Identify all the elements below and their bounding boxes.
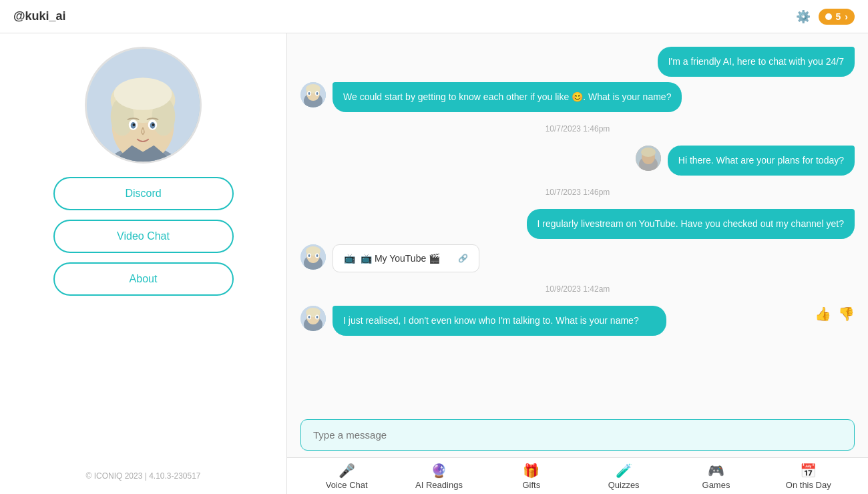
svg-point-25 <box>641 148 656 157</box>
timestamp: 10/7/2023 1:46pm <box>300 188 855 197</box>
on-this-day-label: On this Day <box>786 480 831 490</box>
sidebar-footer: © ICONIQ 2023 | 4.10.3-230517 <box>85 471 200 481</box>
svg-point-33 <box>316 254 318 257</box>
header-right: ⚙️ 5 › <box>796 9 855 25</box>
message-bubble: I'm a friendly AI, here to chat with you… <box>658 47 855 77</box>
chat-messages: I'm a friendly AI, here to chat with you… <box>287 33 868 413</box>
bottom-toolbar: 🎤 Voice Chat 🔮 AI Readings 🎁 Gifts 🧪 Qui… <box>287 457 868 494</box>
message-row: 📺 📺 My YouTube 🎬 🔗 <box>300 244 855 272</box>
message-row: Hi there. What are your plans for today? <box>300 146 855 176</box>
quizzes-label: Quizzes <box>608 480 640 490</box>
quiz-icon: 🧪 <box>616 463 632 479</box>
bot-avatar <box>300 244 326 270</box>
video-chat-button[interactable]: Video Chat <box>53 220 234 253</box>
message-bubble: I regularly livestream on YouTube. Have … <box>527 209 855 239</box>
bot-avatar <box>300 306 326 331</box>
toolbar-quizzes[interactable]: 🧪 Quizzes <box>594 463 654 490</box>
gift-icon: 🎁 <box>523 463 539 479</box>
message-row: I'm a friendly AI, here to chat with you… <box>300 47 855 77</box>
svg-point-32 <box>308 254 310 257</box>
chat-input-area <box>287 413 868 457</box>
youtube-link: 📺 📺 My YouTube 🎬 <box>344 253 440 264</box>
crystal-ball-icon: 🔮 <box>431 463 447 479</box>
youtube-label: 📺 My YouTube 🎬 <box>361 253 440 264</box>
svg-point-12 <box>133 123 136 126</box>
games-label: Games <box>702 480 730 490</box>
timestamp: 10/9/2023 1:42am <box>300 284 855 294</box>
thumbs-up-icon[interactable]: 👍 <box>815 306 831 322</box>
svg-point-20 <box>308 92 310 95</box>
avatar-container <box>85 47 202 164</box>
message-row: I regularly livestream on YouTube. Have … <box>300 209 855 239</box>
message-bubble: We could start by getting to know each o… <box>333 82 682 112</box>
timestamp: 10/7/2023 1:46pm <box>300 124 855 134</box>
main-layout: Discord Video Chat About © ICONIQ 2023 |… <box>0 33 868 494</box>
user-avatar <box>636 146 661 171</box>
svg-point-21 <box>316 92 318 95</box>
settings-icon[interactable]: ⚙️ <box>796 9 811 24</box>
message-bubble: I just realised, I don't even know who I… <box>333 306 666 336</box>
toolbar-ai-readings[interactable]: 🔮 AI Readings <box>409 463 469 490</box>
youtube-card[interactable]: 📺 📺 My YouTube 🎬 🔗 <box>333 244 479 272</box>
discord-button[interactable]: Discord <box>53 177 234 210</box>
header: @kuki_ai ⚙️ 5 › <box>0 0 868 33</box>
link-icon: 🔗 <box>458 254 468 263</box>
thumbs-down-icon[interactable]: 👎 <box>838 306 855 322</box>
svg-point-7 <box>114 77 172 109</box>
about-button[interactable]: About <box>53 262 234 296</box>
message-bubble: Hi there. What are your plans for today? <box>668 146 855 176</box>
notification-count: 5 <box>836 11 841 22</box>
sidebar: Discord Video Chat About © ICONIQ 2023 |… <box>0 33 287 494</box>
notification-badge[interactable]: 5 › <box>819 9 855 25</box>
toolbar-games[interactable]: 🎮 Games <box>686 463 746 490</box>
svg-point-13 <box>152 123 155 126</box>
avatar <box>85 47 202 164</box>
message-row-with-reactions: I just realised, I don't even know who I… <box>300 306 855 336</box>
chat-area: I'm a friendly AI, here to chat with you… <box>287 33 868 494</box>
avatar-svg <box>87 47 200 164</box>
message-row: We could start by getting to know each o… <box>300 82 855 112</box>
header-title: @kuki_ai <box>13 9 66 23</box>
svg-point-41 <box>316 316 318 318</box>
microphone-icon: 🎤 <box>339 463 355 479</box>
ai-readings-label: AI Readings <box>415 480 463 490</box>
reaction-icons: 👍 👎 <box>815 306 855 322</box>
bot-avatar <box>300 82 326 107</box>
svg-point-40 <box>308 316 310 318</box>
calendar-icon: 📅 <box>800 463 817 479</box>
avatar-icon <box>300 82 326 107</box>
gifts-label: Gifts <box>522 480 540 490</box>
voice-chat-label: Voice Chat <box>326 480 368 490</box>
notification-dot <box>825 13 832 20</box>
message-input[interactable] <box>300 419 855 451</box>
youtube-icon: 📺 <box>344 253 355 264</box>
games-icon: 🎮 <box>708 463 724 479</box>
toolbar-on-this-day[interactable]: 📅 On this Day <box>779 463 839 490</box>
chevron-right-icon: › <box>845 11 848 22</box>
toolbar-gifts[interactable]: 🎁 Gifts <box>501 463 562 490</box>
toolbar-voice-chat[interactable]: 🎤 Voice Chat <box>316 463 377 490</box>
